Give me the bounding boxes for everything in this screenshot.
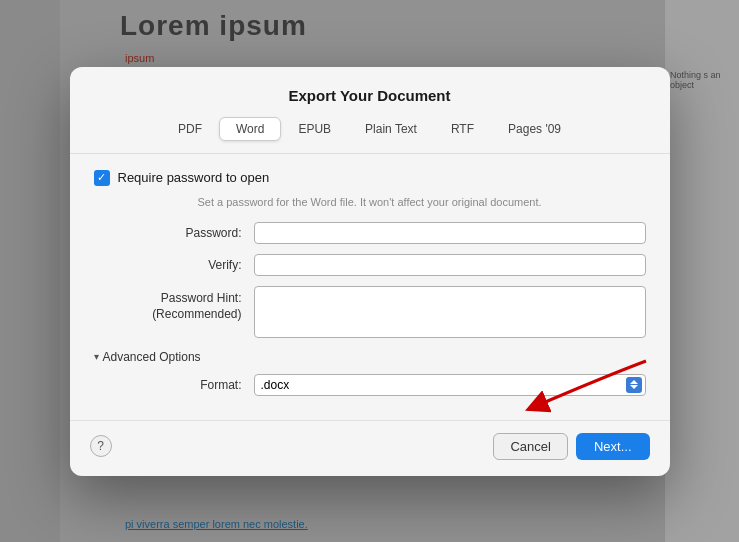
footer-buttons: Cancel Next... bbox=[493, 433, 649, 460]
modal-header: Export Your Document bbox=[70, 67, 670, 117]
require-password-checkbox[interactable]: ✓ bbox=[94, 170, 110, 186]
hint-row: Password Hint:(Recommended) bbox=[94, 286, 646, 338]
modal-overlay: Export Your Document PDF Word EPUB Plain… bbox=[0, 0, 739, 542]
chevron-down-icon: ▾ bbox=[94, 351, 99, 362]
require-password-label: Require password to open bbox=[118, 170, 270, 185]
modal-body: ✓ Require password to open Set a passwor… bbox=[70, 154, 670, 412]
password-row: Password: bbox=[94, 222, 646, 244]
advanced-options-label: Advanced Options bbox=[103, 350, 201, 364]
tab-word[interactable]: Word bbox=[219, 117, 281, 141]
verify-input[interactable] bbox=[254, 254, 646, 276]
format-row: Format: .docx .doc bbox=[94, 374, 646, 396]
tab-bar: PDF Word EPUB Plain Text RTF Pages '09 bbox=[70, 117, 670, 154]
format-select[interactable]: .docx .doc bbox=[254, 374, 646, 396]
password-input[interactable] bbox=[254, 222, 646, 244]
format-label: Format: bbox=[94, 378, 254, 392]
cancel-button[interactable]: Cancel bbox=[493, 433, 567, 460]
tab-plaintext[interactable]: Plain Text bbox=[348, 117, 434, 141]
modal-footer: ? Cancel Next... bbox=[70, 420, 670, 476]
checkmark-icon: ✓ bbox=[97, 172, 106, 183]
format-select-container: .docx .doc bbox=[254, 374, 646, 396]
verify-label: Verify: bbox=[94, 258, 254, 272]
tab-pdf[interactable]: PDF bbox=[161, 117, 219, 141]
hint-label: Password Hint:(Recommended) bbox=[94, 286, 254, 324]
hint-textarea[interactable] bbox=[254, 286, 646, 338]
password-checkbox-row: ✓ Require password to open bbox=[94, 170, 646, 186]
advanced-toggle[interactable]: ▾ Advanced Options bbox=[94, 350, 646, 364]
verify-row: Verify: bbox=[94, 254, 646, 276]
info-text: Set a password for the Word file. It won… bbox=[94, 196, 646, 208]
tab-epub[interactable]: EPUB bbox=[281, 117, 348, 141]
export-dialog: Export Your Document PDF Word EPUB Plain… bbox=[70, 67, 670, 476]
password-label: Password: bbox=[94, 226, 254, 240]
help-button[interactable]: ? bbox=[90, 435, 112, 457]
next-button[interactable]: Next... bbox=[576, 433, 650, 460]
advanced-section: ▾ Advanced Options Format: .docx .doc bbox=[94, 350, 646, 396]
tab-rtf[interactable]: RTF bbox=[434, 117, 491, 141]
tab-pages09[interactable]: Pages '09 bbox=[491, 117, 578, 141]
modal-title: Export Your Document bbox=[289, 87, 451, 104]
